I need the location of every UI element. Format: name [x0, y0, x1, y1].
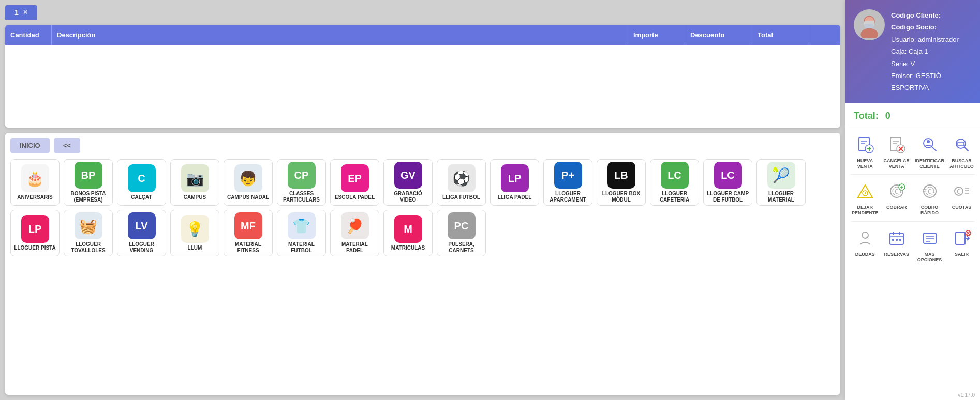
- product-tile-campus-nadal[interactable]: 👦CAMPUS NADAL: [224, 159, 273, 206]
- product-tile-campus[interactable]: 📷CAMPUS: [170, 159, 219, 206]
- tile-label-lloguer-cafeteria: LLOGUER CAFETERIA: [652, 191, 696, 203]
- exit-icon: [951, 227, 973, 250]
- svg-rect-21: [958, 142, 964, 146]
- svg-rect-49: [896, 239, 898, 241]
- product-tile-lloguer-vending[interactable]: LVLLOGUER VENDING: [117, 210, 166, 256]
- product-tile-calcat[interactable]: CCALÇAT: [117, 159, 166, 206]
- col-descripcion: Descripción: [52, 25, 628, 45]
- product-tile-llum[interactable]: 💡LLUM: [170, 210, 219, 256]
- product-tile-material-padel[interactable]: 🏓MATERIAL PADEL: [330, 210, 379, 256]
- person-debt-icon: [854, 227, 877, 250]
- clock-triangle-icon: [854, 180, 877, 203]
- coin-fast-icon: €: [918, 180, 941, 203]
- svg-rect-48: [892, 239, 894, 241]
- action-label-salir: SALIR: [955, 252, 969, 257]
- action-btn-cobrar[interactable]: € COBRAR: [883, 178, 911, 218]
- product-tile-material-futbol[interactable]: 👕MATERIAL FUTBOL: [277, 210, 326, 256]
- tab-close-icon[interactable]: ✕: [23, 9, 28, 16]
- col-total: Total: [752, 25, 809, 45]
- action-divider: [851, 221, 975, 222]
- tile-label-lloguer-box: LLOGUER BOX MÒDUL: [599, 191, 643, 203]
- total-section: Total: 0: [845, 103, 980, 126]
- product-tile-lloguer-cafeteria[interactable]: LCLLOGUER CAFETERIA: [650, 159, 699, 206]
- action-btn-cobro-rapido[interactable]: € COBRO RÁPIDO: [914, 178, 945, 218]
- tab-bar: 1 ✕: [5, 5, 840, 20]
- tab-label: 1: [14, 8, 19, 17]
- action-btn-buscar-articulo[interactable]: BUSCAR ARTÍCULO: [948, 131, 975, 172]
- product-tile-lloguer-tovalloles[interactable]: 🧺LLOGUER TOVALLOLES: [64, 210, 113, 256]
- action-btn-identificar-cliente[interactable]: IDENTIFICAR CLIENTE: [914, 131, 945, 172]
- product-tile-material-fitness[interactable]: MFMATERIAL FITNESS: [224, 210, 273, 256]
- action-btn-dejar-pendiente[interactable]: DEJAR PENDIENTE: [851, 178, 880, 218]
- product-tile-lliga-padel[interactable]: LPLLIGA PADEL: [490, 159, 539, 206]
- tile-label-escola-padel: ESCOLA PADEL: [335, 194, 375, 201]
- product-tile-lloguer-aparcament[interactable]: P+LLOGUER APARCAMENT: [543, 159, 592, 206]
- tile-label-lliga-padel: LLIGA PADEL: [498, 194, 532, 201]
- action-btn-salir[interactable]: SALIR: [948, 225, 975, 265]
- product-panel: INICIO << 🎂ANIVERSARISBPBONOS PISTA (EMP…: [5, 133, 840, 395]
- tile-label-lloguer-camp-futbol: LLOGUER CAMP DE FUTBOL: [706, 191, 750, 203]
- svg-point-1: [860, 28, 878, 38]
- product-tile-lloguer-pista[interactable]: LPLLOGUER PISTA: [10, 210, 60, 256]
- sidebar: Código Cliente: Código Socio: Usuario: a…: [845, 0, 980, 400]
- tile-label-calcat: CALÇAT: [131, 194, 152, 201]
- product-tile-aniversaris[interactable]: 🎂ANIVERSARIS: [10, 159, 60, 206]
- svg-text:€: €: [895, 188, 898, 195]
- avatar: [854, 9, 885, 40]
- serie-text: Serie: V: [891, 58, 972, 70]
- tile-label-lloguer-pista: LLOGUER PISTA: [14, 245, 55, 251]
- tile-label-lloguer-material: LLOGUER MATERIAL: [759, 191, 803, 203]
- product-tile-matriculas[interactable]: MMATRICULAS: [383, 210, 433, 256]
- col-descuento: Descuento: [685, 25, 752, 45]
- tile-label-pulsera-carnets: PULSERA, CARNETS: [439, 241, 483, 254]
- svg-line-26: [865, 193, 866, 194]
- tile-label-llum: LLUM: [188, 245, 202, 251]
- svg-point-43: [862, 232, 868, 238]
- product-tile-bonos-pista[interactable]: BPBONOS PISTA (EMPRESA): [64, 159, 113, 206]
- calendar-icon: [885, 227, 908, 250]
- tile-label-lloguer-tovalloles: LLOGUER TOVALLOLES: [66, 241, 110, 254]
- action-btn-reservas[interactable]: RESERVAS: [883, 225, 911, 265]
- total-value: 0: [885, 111, 890, 121]
- action-btn-cuotas[interactable]: € CUOTAS: [948, 178, 975, 218]
- action-btn-deudas[interactable]: DEUDAS: [851, 225, 880, 265]
- product-tile-lliga-futbol[interactable]: ⚽LLIGA FUTBOL: [437, 159, 486, 206]
- action-btn-cancelar-venta[interactable]: CANCELAR VENTA: [883, 131, 911, 172]
- action-btn-mas-opciones[interactable]: MÁS OPCIONES: [914, 225, 945, 265]
- version-text: v1.17.0: [845, 390, 980, 400]
- action-label-buscar-articulo: BUSCAR ARTÍCULO: [949, 158, 974, 170]
- product-tile-escola-padel[interactable]: EPESCOLA PADEL: [330, 159, 379, 206]
- product-tile-classes-particulars[interactable]: CPCLASSES PARTICULARS: [277, 159, 326, 206]
- tile-label-matriculas: MATRICULAS: [391, 245, 425, 251]
- svg-line-19: [932, 147, 936, 151]
- product-tile-lloguer-box[interactable]: LBLLOGUER BOX MÒDUL: [597, 159, 646, 206]
- codigo-socio-label: Código Socio:: [891, 23, 937, 31]
- order-panel: Cantidad Descripción Importe Descuento T…: [5, 25, 840, 128]
- client-info: Código Cliente: Código Socio: Usuario: a…: [891, 9, 972, 94]
- action-label-deudas: DEUDAS: [855, 252, 875, 257]
- order-header: Cantidad Descripción Importe Descuento T…: [5, 25, 840, 45]
- inicio-button[interactable]: INICIO: [10, 138, 50, 153]
- main-area: 1 ✕ Cantidad Descripción Importe Descuen…: [0, 0, 845, 400]
- tab-1[interactable]: 1 ✕: [5, 5, 37, 20]
- product-tile-pulsera-carnets[interactable]: PCPULSERA, CARNETS: [437, 210, 486, 256]
- svg-text:€: €: [928, 188, 931, 195]
- product-tile-grabacio-video[interactable]: GVGRABACIÓ VIDEO: [383, 159, 433, 206]
- tile-label-campus: CAMPUS: [184, 194, 206, 201]
- product-tile-lloguer-material[interactable]: 🎾LLOGUER MATERIAL: [756, 159, 806, 206]
- svg-rect-51: [924, 233, 936, 243]
- tile-label-lloguer-vending: LLOGUER VENDING: [120, 241, 164, 254]
- action-label-cobrar: COBRAR: [886, 205, 907, 210]
- svg-rect-55: [956, 232, 965, 244]
- action-btn-nueva-venta[interactable]: NUEVA VENTA: [851, 131, 880, 172]
- document-x-icon: [885, 133, 908, 156]
- product-tile-lloguer-camp-futbol[interactable]: LCLLOGUER CAMP DE FUTBOL: [703, 159, 752, 206]
- search-person-icon: [918, 133, 941, 156]
- tile-label-aniversaris: ANIVERSARIS: [17, 194, 52, 201]
- emisor-text: Emisor: GESTIÓ ESPORTIVA: [891, 70, 972, 94]
- coin-plus-icon: €: [885, 180, 908, 203]
- col-importe: Importe: [628, 25, 685, 45]
- tile-label-lliga-futbol: LLIGA FUTBOL: [442, 194, 480, 201]
- svg-rect-50: [899, 239, 901, 241]
- back-button[interactable]: <<: [54, 138, 80, 153]
